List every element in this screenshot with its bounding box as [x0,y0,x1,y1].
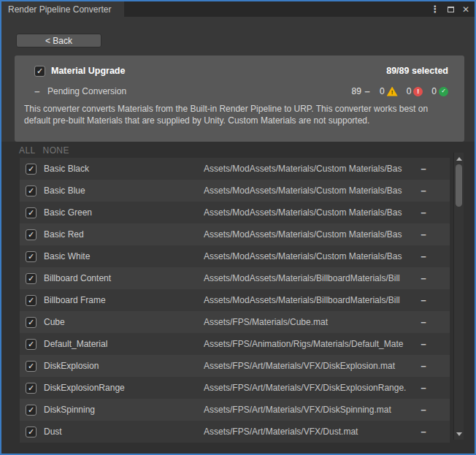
checkmark-icon: ✓ [28,427,34,435]
pending-counts: 89−0!0!0✓ [352,86,448,96]
material-row[interactable]: ✓ DiskExplosionRange Assets/FPS/Art/Mate… [20,377,450,399]
row-checkbox[interactable]: ✓ [26,383,37,394]
status-dash-icon: − [416,405,431,416]
row-checkbox[interactable]: ✓ [26,295,37,306]
render-pipeline-converter-window: Render Pipeline Converter ⋮ ✕ < Back ✓ M… [0,0,476,455]
material-row[interactable]: ✓ Billboard Content Assets/ModAssets/Mat… [20,267,450,289]
pending-dash-icon: − [34,86,45,97]
checkmark-icon: ✓ [37,66,43,74]
tab-label: Render Pipeline Converter [8,4,111,15]
row-checkbox[interactable]: ✓ [26,207,37,218]
row-checkbox[interactable]: ✓ [26,229,37,240]
status-dash-icon: − [416,207,431,218]
converter-header: ✓ Material Upgrade 89/89 selected [34,65,448,77]
count-value: 0 [431,86,437,96]
material-row[interactable]: ✓ Basic White Assets/ModAssets/Materials… [20,245,450,267]
scrollbar-thumb[interactable] [456,164,462,207]
pending-conversion-row: − Pending Conversion 89−0!0!0✓ [34,85,448,97]
row-checkbox[interactable]: ✓ [26,339,37,350]
material-path: Assets/FPS/Materials/Cube.mat [204,317,414,327]
row-checkbox[interactable]: ✓ [26,164,37,175]
select-none-link[interactable]: NONE [43,145,69,156]
checkmark-icon: ✓ [28,186,34,194]
material-path: Assets/FPS/Art/Materials/VFX/DiskExplosi… [204,361,414,371]
status-dash-icon: − [416,317,431,328]
materials-list: ✓ Basic Black Assets/ModAssets/Materials… [20,158,450,443]
close-icon[interactable]: ✕ [461,4,470,15]
checkmark-icon: ✓ [28,252,34,260]
material-name: Basic Red [44,229,84,240]
material-name: DiskSpinning [44,405,95,415]
checkmark-icon: ✓ [28,230,34,238]
material-row[interactable]: ✓ Cube Assets/FPS/Materials/Cube.mat − [20,311,450,333]
pending-count-warning: 0! [380,86,398,96]
status-dash-icon: − [416,273,431,284]
count-value: 0 [380,86,385,96]
checkmark-icon: ✓ [28,318,34,326]
material-path: Assets/ModAssets/Materials/Custom Materi… [204,164,414,174]
converter-panel: ✓ Material Upgrade 89/89 selected − Pend… [15,56,464,142]
material-name: Cube [44,317,65,327]
pending-count-success: 0✓ [431,86,448,96]
count-value: 0 [407,86,412,96]
row-checkbox[interactable]: ✓ [26,251,37,262]
window-menu-icon[interactable]: ⋮ [431,4,439,15]
material-name: Basic Blue [44,186,85,196]
status-dash-icon: − [416,251,431,262]
material-path: Assets/ModAssets/Materials/Custom Materi… [204,229,414,240]
material-row[interactable]: ✓ Basic Red Assets/ModAssets/Materials/C… [20,223,450,245]
vertical-scrollbar[interactable] [453,153,464,440]
material-name: DiskExplosion [44,361,99,371]
material-path: Assets/FPS/Art/Materials/VFX/DiskSpinnin… [204,405,414,415]
material-name: Billboard Content [44,273,111,283]
material-path: Assets/FPS/Art/Materials/VFX/DiskExplosi… [204,383,414,393]
material-name: Basic Black [44,164,89,174]
status-dash-icon: − [416,427,431,437]
warning-icon: ! [387,87,398,96]
material-row[interactable]: ✓ DiskSpinning Assets/FPS/Art/Materials/… [20,399,450,421]
scroll-up-icon[interactable] [454,154,464,163]
checkmark-icon: ✓ [28,362,34,370]
status-dash-icon: − [416,186,431,196]
checkmark-icon: ✓ [28,208,34,216]
material-path: Assets/ModAssets/Materials/Custom Materi… [204,207,414,218]
row-checkbox[interactable]: ✓ [26,186,37,196]
material-name: Dust [44,427,62,437]
material-row[interactable]: ✓ Basic Blue Assets/ModAssets/Materials/… [20,180,450,202]
material-row[interactable]: ✓ Dust Assets/FPS/Art/Materials/VFX/Dust… [20,421,450,443]
dash-icon: − [364,87,371,96]
status-dash-icon: − [416,383,431,394]
material-row[interactable]: ✓ Basic Black Assets/ModAssets/Materials… [20,158,450,180]
material-upgrade-checkbox[interactable]: ✓ [34,66,45,77]
row-checkbox[interactable]: ✓ [26,427,37,437]
material-row[interactable]: ✓ DiskExplosion Assets/FPS/Art/Materials… [20,355,450,377]
material-name: Basic White [44,251,90,261]
row-checkbox[interactable]: ✓ [26,273,37,284]
material-path: Assets/ModAssets/Materials/Custom Materi… [204,251,414,261]
material-path: Assets/FPS/Animation/Rigs/Materials/Defa… [204,339,414,349]
checkmark-icon: ✓ [28,164,34,172]
converter-title: Material Upgrade [51,66,125,76]
checkmark-icon: ✓ [28,383,34,391]
material-row[interactable]: ✓ Default_Material Assets/FPS/Animation/… [20,333,450,355]
maximize-icon[interactable] [446,4,455,15]
success-icon: ✓ [439,87,448,96]
material-row[interactable]: ✓ Billboard Frame Assets/ModAssets/Mater… [20,289,450,311]
status-dash-icon: − [416,164,431,175]
material-name: Billboard Frame [44,295,106,305]
back-button[interactable]: < Back [16,34,101,47]
maximize-box-glyph [448,7,454,12]
row-checkbox[interactable]: ✓ [26,405,37,416]
scroll-down-icon[interactable] [454,429,464,438]
checkmark-icon: ✓ [28,296,34,304]
count-value: 89 [352,86,361,96]
material-name: DiskExplosionRange [44,383,125,393]
select-all-link[interactable]: ALL [19,145,36,156]
row-checkbox[interactable]: ✓ [26,361,37,372]
material-path: Assets/ModAssets/Materials/BillboardMate… [204,273,414,283]
tab-render-pipeline-converter[interactable]: Render Pipeline Converter [1,1,124,17]
pending-count-error: 0! [407,86,423,96]
converter-description: This converter converts Materials from t… [24,104,453,126]
row-checkbox[interactable]: ✓ [26,317,37,328]
material-row[interactable]: ✓ Basic Green Assets/ModAssets/Materials… [20,202,450,223]
